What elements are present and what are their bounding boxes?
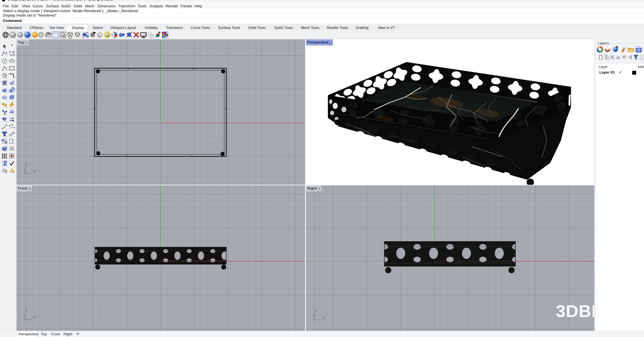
svg-text:?: ? bbox=[638, 49, 639, 52]
